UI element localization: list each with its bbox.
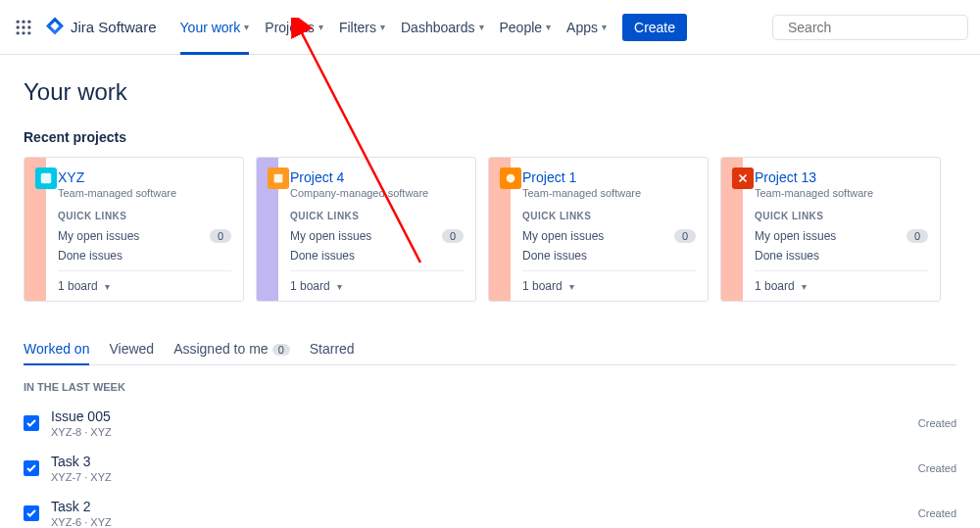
tab-starred[interactable]: Starred	[310, 333, 355, 364]
task-icon	[24, 505, 39, 521]
page-title: Your work	[24, 78, 956, 106]
chevron-down-icon: ▾	[569, 281, 574, 292]
chevron-down-icon: ▾	[479, 22, 484, 32]
activity-tabs: Worked on Viewed Assigned to me0 Starred	[24, 333, 956, 365]
project-avatar-icon	[732, 168, 754, 189]
issue-row[interactable]: Issue 005XYZ-8 · XYZCreated	[24, 401, 956, 446]
my-open-issues-link[interactable]: My open issues0	[522, 229, 696, 243]
project-type: Company-managed software	[290, 187, 464, 199]
project-type: Team-managed software	[58, 187, 231, 199]
chevron-down-icon: ▾	[380, 22, 385, 32]
project-name: Project 13	[755, 169, 928, 185]
board-dropdown[interactable]: 1 board ▾	[290, 270, 464, 301]
project-avatar-icon	[268, 168, 289, 189]
nav-projects[interactable]: Projects▾	[257, 0, 331, 55]
nav-your-work[interactable]: Your work▾	[172, 0, 258, 55]
project-avatar-icon	[500, 168, 521, 189]
quick-links-label: QUICK LINKS	[522, 211, 696, 221]
project-avatar-icon	[35, 168, 57, 189]
assigned-count-badge: 0	[272, 344, 290, 356]
project-type: Team-managed software	[522, 187, 696, 199]
issue-title: Task 2	[51, 499, 918, 514]
issue-status: Created	[918, 417, 956, 429]
my-open-issues-link[interactable]: My open issues0	[290, 229, 464, 243]
chevron-down-icon: ▾	[105, 281, 110, 292]
nav-items: Your work▾ Projects▾ Filters▾ Dashboards…	[172, 0, 772, 55]
project-type: Team-managed software	[755, 187, 928, 199]
project-card[interactable]: Project 1 Team-managed software QUICK LI…	[488, 157, 709, 302]
issue-count-badge: 0	[442, 229, 464, 243]
svg-point-5	[27, 25, 30, 28]
quick-links-label: QUICK LINKS	[290, 211, 464, 221]
task-icon	[24, 415, 39, 431]
tab-assigned[interactable]: Assigned to me0	[173, 333, 290, 364]
jira-logo[interactable]: Jira Software	[43, 16, 157, 39]
issue-count-badge: 0	[906, 229, 928, 243]
create-button[interactable]: Create	[622, 14, 687, 41]
tab-worked-on[interactable]: Worked on	[24, 333, 89, 364]
board-dropdown[interactable]: 1 board ▾	[58, 270, 231, 301]
chevron-down-icon: ▾	[802, 281, 807, 292]
app-switcher-icon[interactable]	[12, 16, 35, 39]
chevron-down-icon: ▾	[337, 281, 342, 292]
done-issues-link[interactable]: Done issues	[290, 249, 464, 263]
logo-text: Jira Software	[71, 19, 157, 35]
issue-meta: XYZ-7 · XYZ	[51, 471, 918, 483]
issue-meta: XYZ-6 · XYZ	[51, 516, 918, 528]
issue-title: Task 3	[51, 454, 918, 469]
top-navigation: Jira Software Your work▾ Projects▾ Filte…	[0, 0, 980, 55]
issue-count-badge: 0	[210, 229, 231, 243]
nav-apps[interactable]: Apps▾	[559, 0, 614, 55]
task-icon	[24, 460, 39, 476]
issue-count-badge: 0	[674, 229, 696, 243]
issue-status: Created	[918, 462, 956, 474]
svg-point-2	[27, 20, 30, 23]
my-open-issues-link[interactable]: My open issues0	[58, 229, 231, 243]
period-label: IN THE LAST WEEK	[24, 381, 956, 393]
nav-people[interactable]: People▾	[492, 0, 560, 55]
issues-last-week: Issue 005XYZ-8 · XYZCreatedTask 3XYZ-7 ·…	[24, 401, 956, 528]
issue-row[interactable]: Task 3XYZ-7 · XYZCreated	[24, 446, 956, 491]
search-input[interactable]	[788, 20, 959, 35]
nav-dashboards[interactable]: Dashboards▾	[393, 0, 492, 55]
svg-point-8	[27, 31, 30, 34]
project-card[interactable]: XYZ Team-managed software QUICK LINKS My…	[24, 157, 244, 302]
issue-title: Issue 005	[51, 408, 918, 424]
project-card[interactable]: Project 13 Team-managed software QUICK L…	[720, 157, 941, 302]
chevron-down-icon: ▾	[244, 22, 249, 32]
quick-links-label: QUICK LINKS	[755, 211, 928, 221]
project-name: Project 1	[522, 169, 696, 185]
svg-rect-12	[41, 173, 52, 184]
svg-point-7	[22, 31, 24, 34]
svg-point-4	[22, 25, 24, 28]
search-icon	[781, 21, 782, 34]
board-dropdown[interactable]: 1 board ▾	[522, 270, 696, 301]
main-content: Your work Recent projects XYZ Team-manag…	[0, 55, 980, 528]
recent-projects-row: XYZ Team-managed software QUICK LINKS My…	[24, 157, 956, 302]
issue-row[interactable]: Task 2XYZ-6 · XYZCreated	[24, 491, 956, 528]
chevron-down-icon: ▾	[546, 22, 551, 32]
recents-title: Recent projects	[24, 129, 956, 145]
done-issues-link[interactable]: Done issues	[755, 249, 928, 263]
project-card[interactable]: Project 4 Company-managed software QUICK…	[256, 157, 476, 302]
done-issues-link[interactable]: Done issues	[58, 249, 231, 263]
my-open-issues-link[interactable]: My open issues0	[755, 229, 928, 243]
svg-rect-13	[274, 174, 283, 183]
done-issues-link[interactable]: Done issues	[522, 249, 696, 263]
chevron-down-icon: ▾	[318, 22, 323, 32]
tab-viewed[interactable]: Viewed	[109, 333, 154, 364]
project-name: Project 4	[290, 169, 464, 185]
quick-links-label: QUICK LINKS	[58, 211, 231, 221]
svg-point-9	[781, 26, 782, 27]
chevron-down-icon: ▾	[602, 22, 607, 32]
svg-point-3	[17, 25, 20, 28]
svg-point-1	[22, 20, 24, 23]
issue-meta: XYZ-8 · XYZ	[51, 426, 918, 438]
project-name: XYZ	[58, 169, 231, 185]
search-box[interactable]	[772, 15, 968, 40]
svg-point-14	[507, 174, 515, 183]
svg-point-0	[17, 20, 20, 23]
nav-filters[interactable]: Filters▾	[331, 0, 393, 55]
board-dropdown[interactable]: 1 board ▾	[755, 270, 928, 301]
issue-status: Created	[918, 507, 956, 519]
